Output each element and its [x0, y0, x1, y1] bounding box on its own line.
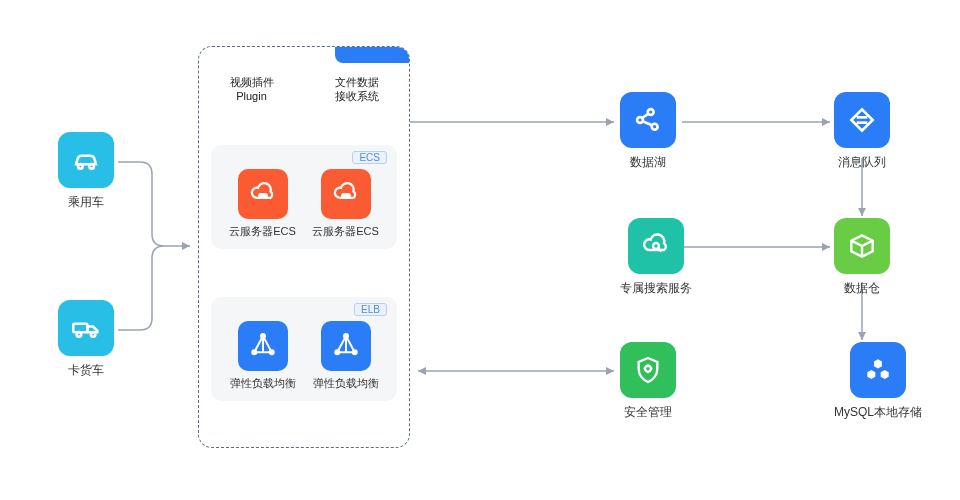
ecs-node-1: 云服务器ECS [229, 169, 296, 239]
cloud-server-icon [321, 169, 371, 219]
load-balancer-icon [238, 321, 288, 371]
elb-label-2: 弹性负载均衡 [313, 376, 379, 391]
svg-point-37 [645, 366, 651, 372]
load-balancer-icon [321, 321, 371, 371]
data-lake-icon [620, 92, 676, 148]
data-warehouse-icon [834, 218, 890, 274]
elb-label-1: 弹性负载均衡 [230, 376, 296, 391]
node-passenger-car: 乘用车 [58, 132, 114, 211]
svg-marker-14 [606, 367, 614, 375]
node-message-queue: 消息队列 [834, 92, 890, 171]
elb-node-1: 弹性负载均衡 [230, 321, 296, 391]
connectors [0, 0, 960, 500]
node-security-mgmt: 安全管理 [620, 342, 676, 421]
elb-tag: ELB [354, 303, 387, 316]
ecs-label-1: 云服务器ECS [229, 224, 296, 239]
mysql-label: MySQL本地存储 [834, 404, 922, 421]
elb-group: ELB 弹性负载均衡 弹性负载均衡 [211, 297, 397, 401]
svg-marker-3 [606, 118, 614, 126]
svg-rect-17 [73, 324, 87, 333]
message-queue-icon [834, 92, 890, 148]
node-data-lake: 数据湖 [620, 92, 676, 171]
svg-marker-5 [822, 118, 830, 126]
svg-marker-11 [858, 332, 866, 340]
truck-icon [58, 300, 114, 356]
node-mysql: MySQL本地存储 [834, 342, 922, 421]
car-label: 乘用车 [68, 194, 104, 211]
panel-tab [335, 47, 409, 63]
message-queue-label: 消息队列 [838, 154, 886, 171]
car-icon [58, 132, 114, 188]
header-left-l1: 视频插件 [230, 75, 274, 89]
svg-point-18 [77, 332, 82, 337]
svg-marker-9 [822, 243, 830, 251]
svg-point-23 [252, 350, 256, 354]
search-service-label: 专属搜索服务 [620, 280, 692, 297]
ecs-group: ECS 云服务器ECS 云服务器ECS [211, 145, 397, 249]
ecs-tag: ECS [352, 151, 387, 164]
svg-point-27 [335, 350, 339, 354]
svg-point-15 [78, 164, 83, 169]
center-panel: 视频插件 Plugin 文件数据 接收系统 ECS 云服务器ECS 云服务器EC… [198, 46, 410, 448]
header-right-l2: 接收系统 [335, 89, 379, 103]
ecs-label-2: 云服务器ECS [312, 224, 379, 239]
data-lake-label: 数据湖 [630, 154, 666, 171]
svg-point-35 [653, 243, 659, 249]
svg-point-32 [652, 124, 658, 130]
node-data-warehouse: 数据仓 [834, 218, 890, 297]
cloud-server-icon [238, 169, 288, 219]
cluster-icon [850, 342, 906, 398]
header-right-l1: 文件数据 [335, 75, 379, 89]
node-search-service: 专属搜索服务 [620, 218, 692, 297]
ecs-node-2: 云服务器ECS [312, 169, 379, 239]
svg-marker-7 [858, 208, 866, 216]
svg-rect-20 [259, 194, 267, 197]
svg-point-19 [91, 332, 96, 337]
panel-header: 视频插件 Plugin 文件数据 接收系统 [199, 75, 409, 104]
svg-marker-13 [418, 367, 426, 375]
svg-marker-1 [182, 242, 190, 250]
elb-node-2: 弹性负载均衡 [313, 321, 379, 391]
security-mgmt-label: 安全管理 [624, 404, 672, 421]
svg-point-16 [89, 164, 94, 169]
svg-rect-21 [342, 194, 350, 197]
data-warehouse-label: 数据仓 [844, 280, 880, 297]
shield-gear-icon [620, 342, 676, 398]
header-left-l2: Plugin [230, 89, 274, 103]
svg-point-28 [352, 350, 356, 354]
node-truck: 卡货车 [58, 300, 114, 379]
cloud-search-icon [628, 218, 684, 274]
svg-point-24 [269, 350, 273, 354]
truck-label: 卡货车 [68, 362, 104, 379]
